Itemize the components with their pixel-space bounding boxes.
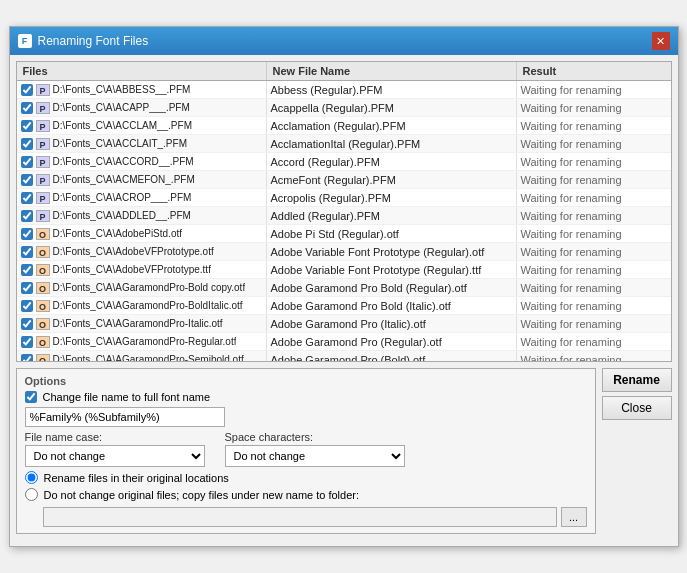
space-chars-group: Space characters: Do not changeReplace w… <box>225 431 405 467</box>
row-checkbox[interactable] <box>21 138 33 150</box>
type-badge: O <box>36 354 50 362</box>
folder-browse-button[interactable]: ... <box>561 507 587 527</box>
new-file-name: Adobe Pi Std (Regular).otf <box>267 225 517 242</box>
row-checkbox[interactable] <box>21 264 33 276</box>
table-row: O D:\Fonts_C\A\AdobePiStd.otf Adobe Pi S… <box>17 225 671 243</box>
table-row: P D:\Fonts_C\A\ACROP___.PFM Acropolis (R… <box>17 189 671 207</box>
row-checkbox[interactable] <box>21 84 33 96</box>
type-badge: O <box>36 300 50 312</box>
new-file-name: Adobe Garamond Pro Bold (Regular).otf <box>267 279 517 296</box>
row-checkbox[interactable] <box>21 246 33 258</box>
bottom-section: Options Change file name to full font na… <box>16 368 672 540</box>
file-name-case-select[interactable]: Do not changeUppercaseLowercaseTitle Cas… <box>25 445 205 467</box>
type-badge: O <box>36 282 50 294</box>
new-file-name: Adobe Variable Font Prototype (Regular).… <box>267 261 517 278</box>
table-header: Files New File Name Result <box>17 62 671 81</box>
file-path: D:\Fonts_C\A\AGaramondPro-Semibold.otf <box>53 354 244 361</box>
file-path: D:\Fonts_C\A\AGaramondPro-Italic.otf <box>53 318 223 329</box>
file-path: D:\Fonts_C\A\ACCORD__.PFM <box>53 156 194 167</box>
row-checkbox[interactable] <box>21 192 33 204</box>
table-row: O D:\Fonts_C\A\AGaramondPro-Italic.otf A… <box>17 315 671 333</box>
options-title: Options <box>25 375 587 387</box>
file-name-case-label: File name case: <box>25 431 205 443</box>
result-status: Waiting for renaming <box>517 81 671 98</box>
new-file-name: Adobe Garamond Pro (Bold).otf <box>267 351 517 361</box>
type-badge: P <box>36 192 50 204</box>
title-bar-left: F Renaming Font Files <box>18 34 149 48</box>
rename-button[interactable]: Rename <box>602 368 672 392</box>
type-badge: O <box>36 228 50 240</box>
file-path: D:\Fonts_C\A\ACCLAIT_.PFM <box>53 138 187 149</box>
row-checkbox[interactable] <box>21 318 33 330</box>
options-panel: Options Change file name to full font na… <box>16 368 596 540</box>
row-checkbox[interactable] <box>21 282 33 294</box>
file-path: D:\Fonts_C\A\AdobeVFPrototype.ttf <box>53 264 211 275</box>
row-checkbox[interactable] <box>21 102 33 114</box>
type-badge: O <box>36 246 50 258</box>
new-file-name: Acclamation (Regular).PFM <box>267 117 517 134</box>
template-input[interactable] <box>25 407 225 427</box>
result-status: Waiting for renaming <box>517 351 671 361</box>
table-row: O D:\Fonts_C\A\AGaramondPro-Semibold.otf… <box>17 351 671 361</box>
folder-row: ... <box>43 507 587 527</box>
table-body: P D:\Fonts_C\A\ABBESS__.PFM Abbess (Regu… <box>17 81 671 361</box>
radio-copy-row: Do not change original files; copy files… <box>25 488 587 501</box>
row-checkbox[interactable] <box>21 228 33 240</box>
radio-copy[interactable] <box>25 488 38 501</box>
space-chars-label: Space characters: <box>225 431 405 443</box>
row-checkbox[interactable] <box>21 156 33 168</box>
header-newname: New File Name <box>267 62 517 80</box>
close-window-button[interactable]: ✕ <box>652 32 670 50</box>
dialog-body: Files New File Name Result P D:\Fonts_C\… <box>10 55 678 546</box>
new-file-name: AcmeFont (Regular).PFM <box>267 171 517 188</box>
new-file-name: Adobe Garamond Pro (Regular).otf <box>267 333 517 350</box>
file-path: D:\Fonts_C\A\AGaramondPro-Bold copy.otf <box>53 282 246 293</box>
files-table: Files New File Name Result P D:\Fonts_C\… <box>16 61 672 362</box>
change-name-row: Change file name to full font name <box>25 391 587 403</box>
row-checkbox[interactable] <box>21 210 33 222</box>
table-row: O D:\Fonts_C\A\AdobeVFPrototype.ttf Adob… <box>17 261 671 279</box>
new-file-name: Adobe Variable Font Prototype (Regular).… <box>267 243 517 260</box>
radio-copy-text: Do not change original files; copy files… <box>44 489 360 501</box>
table-row: P D:\Fonts_C\A\ACCORD__.PFM Accord (Regu… <box>17 153 671 171</box>
file-path: D:\Fonts_C\A\ACCLAM__.PFM <box>53 120 192 131</box>
type-badge: P <box>36 210 50 222</box>
row-checkbox[interactable] <box>21 300 33 312</box>
new-file-name: Adobe Garamond Pro (Italic).otf <box>267 315 517 332</box>
template-row <box>25 407 587 431</box>
result-status: Waiting for renaming <box>517 171 671 188</box>
radio-original-label[interactable]: Rename files in their original locations <box>44 472 229 484</box>
row-checkbox[interactable] <box>21 354 33 362</box>
header-files: Files <box>17 62 267 80</box>
type-badge: P <box>36 156 50 168</box>
row-checkbox[interactable] <box>21 336 33 348</box>
radio-original[interactable] <box>25 471 38 484</box>
row-checkbox[interactable] <box>21 174 33 186</box>
options-section: Options Change file name to full font na… <box>16 368 596 534</box>
result-status: Waiting for renaming <box>517 207 671 224</box>
table-row: P D:\Fonts_C\A\ACCLAIT_.PFM AcclamationI… <box>17 135 671 153</box>
change-name-label[interactable]: Change file name to full font name <box>43 391 211 403</box>
space-chars-select[interactable]: Do not changeReplace with underscoreRepl… <box>225 445 405 467</box>
result-status: Waiting for renaming <box>517 135 671 152</box>
change-name-checkbox[interactable] <box>25 391 37 403</box>
table-row: O D:\Fonts_C\A\AdobeVFPrototype.otf Adob… <box>17 243 671 261</box>
result-status: Waiting for renaming <box>517 153 671 170</box>
file-path: D:\Fonts_C\A\AGaramondPro-Regular.otf <box>53 336 237 347</box>
table-row: P D:\Fonts_C\A\ACCLAM__.PFM Acclamation … <box>17 117 671 135</box>
file-path: D:\Fonts_C\A\ADDLED__.PFM <box>53 210 191 221</box>
file-path: D:\Fonts_C\A\ACAPP___.PFM <box>53 102 190 113</box>
new-file-name: Abbess (Regular).PFM <box>267 81 517 98</box>
row-checkbox[interactable] <box>21 120 33 132</box>
result-status: Waiting for renaming <box>517 99 671 116</box>
table-row: P D:\Fonts_C\A\ABBESS__.PFM Abbess (Regu… <box>17 81 671 99</box>
file-name-case-group: File name case: Do not changeUppercaseLo… <box>25 431 205 467</box>
type-badge: O <box>36 336 50 348</box>
folder-input[interactable] <box>43 507 557 527</box>
type-badge: P <box>36 120 50 132</box>
radio-copy-label[interactable]: Do not change original files; copy files… <box>44 489 360 501</box>
table-row: P D:\Fonts_C\A\ACAPP___.PFM Acappella (R… <box>17 99 671 117</box>
close-button[interactable]: Close <box>602 396 672 420</box>
new-file-name: Adobe Garamond Pro Bold (Italic).otf <box>267 297 517 314</box>
title-bar: F Renaming Font Files ✕ <box>10 27 678 55</box>
